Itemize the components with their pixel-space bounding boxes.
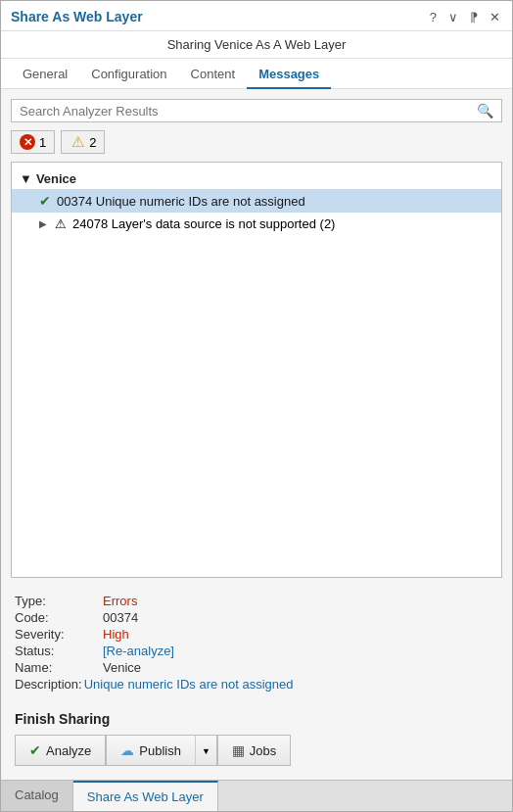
desc-value: Unique numeric IDs are not assigned <box>84 677 294 692</box>
chevron-down-icon: ▼ <box>202 746 210 756</box>
detail-type-row: Type: Errors <box>15 594 498 608</box>
pin-button[interactable]: ⁋ <box>468 10 480 24</box>
finish-title: Finish Sharing <box>15 711 498 727</box>
finish-buttons: ✔ Analyze ☁ Publish ▼ ▦ Jobs <box>15 735 498 766</box>
warning-icon: ⚠ <box>70 134 85 150</box>
type-label: Type: <box>15 594 103 608</box>
severity-label: Severity: <box>15 627 103 642</box>
search-icon: 🔍 <box>477 103 493 119</box>
analyze-button[interactable]: ✔ Analyze <box>15 735 106 766</box>
detail-severity-row: Severity: High <box>15 627 498 642</box>
code-label: Code: <box>15 610 103 625</box>
help-button[interactable]: ? <box>428 10 439 24</box>
publish-button[interactable]: ☁ Publish <box>106 735 195 766</box>
publish-label: Publish <box>139 743 181 758</box>
details-panel: Type: Errors Code: 00374 Severity: High … <box>11 586 502 697</box>
publish-dropdown-button[interactable]: ▼ <box>195 735 217 766</box>
warning-count: 2 <box>89 135 96 150</box>
bottom-tab-share-as-web-layer[interactable]: Share As Web Layer <box>73 781 218 811</box>
check-icon: ✔ <box>39 193 51 209</box>
error-filter-button[interactable]: ✕ 1 <box>11 130 55 154</box>
tree-item-2[interactable]: ▶ ⚠ 24078 Layer's data source is not sup… <box>12 213 501 235</box>
search-input[interactable] <box>20 104 477 119</box>
subtitle: Sharing Venice As A Web Layer <box>1 31 512 59</box>
tree-item-2-text: 24078 Layer's data source is not support… <box>72 216 335 231</box>
tab-content[interactable]: Content <box>179 59 248 89</box>
jobs-label: Jobs <box>250 743 276 758</box>
main-window: Share As Web Layer ? ∨ ⁋ ✕ Sharing Venic… <box>0 0 513 812</box>
warning-icon-2: ⚠ <box>55 216 67 231</box>
window-title: Share As Web Layer <box>11 9 143 24</box>
finish-section: Finish Sharing ✔ Analyze ☁ Publish ▼ ▦ <box>11 705 502 770</box>
severity-value: High <box>103 627 129 642</box>
group-label: Venice <box>36 171 76 186</box>
tree-panel: ▼ Venice ✔ 00374 Unique numeric IDs are … <box>11 162 502 578</box>
bottom-tab-catalog[interactable]: Catalog <box>1 781 73 811</box>
tree-group-header: ▼ Venice <box>12 168 501 189</box>
tab-messages[interactable]: Messages <box>247 59 331 89</box>
tab-configuration[interactable]: Configuration <box>79 59 178 89</box>
title-bar: Share As Web Layer ? ∨ ⁋ ✕ <box>1 1 512 31</box>
code-value: 00374 <box>103 610 138 625</box>
error-icon: ✕ <box>20 134 35 150</box>
main-content: 🔍 ✕ 1 ⚠ 2 ▼ Venice ✔ 00374 <box>1 89 512 780</box>
group-collapse-icon[interactable]: ▼ <box>20 171 32 186</box>
detail-desc-row: Description: Unique numeric IDs are not … <box>15 677 498 692</box>
jobs-button[interactable]: ▦ Jobs <box>217 735 291 766</box>
tree-item-1[interactable]: ✔ 00374 Unique numeric IDs are not assig… <box>12 189 501 213</box>
bottom-tab-bar: Catalog Share As Web Layer <box>1 780 512 811</box>
name-label: Name: <box>15 660 103 675</box>
search-bar: 🔍 <box>11 99 502 122</box>
cloud-icon: ☁ <box>120 742 134 758</box>
name-value: Venice <box>103 660 141 675</box>
type-value: Errors <box>103 594 137 608</box>
warning-filter-button[interactable]: ⚠ 2 <box>61 130 105 154</box>
tab-general[interactable]: General <box>11 59 79 89</box>
tree-item-1-text: 00374 Unique numeric IDs are not assigne… <box>57 194 305 209</box>
status-value[interactable]: [Re-analyze] <box>103 644 174 658</box>
filter-buttons: ✕ 1 ⚠ 2 <box>11 130 502 154</box>
close-button[interactable]: ✕ <box>488 10 502 24</box>
desc-label: Description: <box>15 677 82 692</box>
minimize-button[interactable]: ∨ <box>446 10 460 24</box>
error-count: 1 <box>39 135 46 150</box>
detail-name-row: Name: Venice <box>15 660 498 675</box>
analyze-check-icon: ✔ <box>29 742 41 758</box>
analyze-label: Analyze <box>46 743 91 758</box>
status-label: Status: <box>15 644 103 658</box>
detail-status-row: Status: [Re-analyze] <box>15 644 498 658</box>
window-controls: ? ∨ ⁋ ✕ <box>428 10 502 24</box>
publish-group: ☁ Publish ▼ <box>106 735 217 766</box>
jobs-icon: ▦ <box>232 742 245 758</box>
detail-code-row: Code: 00374 <box>15 610 498 625</box>
tab-bar: General Configuration Content Messages <box>1 59 512 89</box>
expand-icon[interactable]: ▶ <box>39 218 47 229</box>
